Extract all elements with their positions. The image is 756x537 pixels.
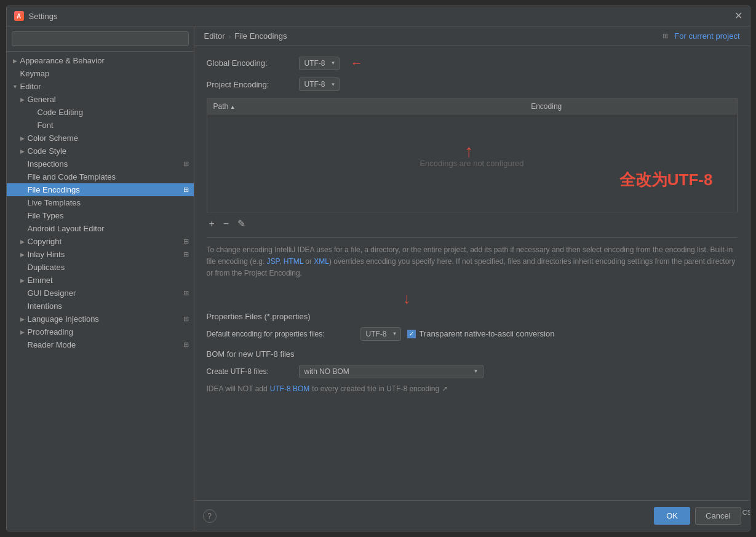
props-encoding-select[interactable]: UTF-8 [360,327,401,341]
sidebar-item-inlay-hints[interactable]: Inlay Hints ⊞ [7,248,194,261]
col-encoding: Encoding [525,99,737,114]
ok-button[interactable]: OK [654,507,690,525]
arrow-icon [19,96,26,103]
title-bar-left: A Settings [14,11,58,21]
help-button[interactable]: ? [203,509,217,523]
breadcrumb-link[interactable]: For current project [674,31,739,41]
props-encoding-select-wrapper: UTF-8 [360,327,401,341]
bom-row: Create UTF-8 files: with NO BOM with BOM [207,365,738,378]
arrow-icon [19,238,26,245]
link-html[interactable]: HTML [284,257,303,266]
content-area: Global Encoding: UTF-8 ← Project Encodin… [194,46,750,500]
sidebar-item-proofreading[interactable]: Proofreading [7,325,194,338]
table-empty-text: Encodings are not configured [207,114,737,213]
sidebar-item-inspections[interactable]: Inspections ⊞ [7,157,194,170]
sidebar-item-copyright[interactable]: Copyright ⊞ [7,235,194,248]
sidebar-item-live-templates[interactable]: Live Templates [7,196,194,209]
bom-create-label: Create UTF-8 files: [207,367,293,376]
arrow-icon [19,328,26,336]
sidebar-item-language-injections[interactable]: Language Injections ⊞ [7,312,194,325]
link-xml[interactable]: XML [314,257,329,266]
path-table: Path Encoding Encodings are not configur… [207,98,738,213]
sidebar-item-gui-designer[interactable]: GUI Designer ⊞ [7,287,194,300]
sidebar-item-color-scheme[interactable]: Color Scheme [7,132,194,145]
sidebar-item-reader-mode[interactable]: Reader Mode ⊞ [7,338,194,351]
bom-create-select[interactable]: with NO BOM with BOM [299,365,483,378]
arrow-icon [19,316,26,323]
app-icon: A [14,11,24,21]
badge-icon: ⊞ [183,186,189,194]
badge-icon: ⊞ [183,237,189,245]
window-title: Settings [29,12,58,21]
cancel-button[interactable]: Cancel [695,507,741,525]
add-button[interactable]: + [207,218,217,230]
project-encoding-select-wrapper: UTF-8 [299,78,340,91]
link-jsp[interactable]: JSP [267,257,279,266]
col-path[interactable]: Path [207,99,525,114]
checkbox-label: Transparent native-to-ascii conversion [420,329,555,338]
badge-icon: ⊞ [183,341,189,349]
sidebar-item-code-style[interactable]: Code Style [7,145,194,157]
bom-note-suffix: to every created file in UTF-8 encoding [312,384,439,393]
sidebar-item-font[interactable]: Font [7,119,194,132]
remove-button[interactable]: − [221,218,231,230]
search-box [7,26,194,52]
project-encoding-label: Project Encoding: [207,80,293,89]
title-bar: A Settings ✕ [7,6,750,26]
sidebar-item-file-types[interactable]: File Types [7,209,194,222]
arrow-icon [19,277,26,284]
arrow-icon [19,251,26,258]
bottom-buttons: OK Cancel CSDN @AI冰魂 [654,507,741,525]
breadcrumb-parent: Editor [204,31,225,41]
sidebar-item-appearance[interactable]: Appearance & Behavior [7,54,194,67]
arrow-icon [12,57,19,65]
bom-note: IDEA will NOT add UTF-8 BOM to every cre… [207,384,738,393]
settings-dialog: A Settings ✕ Appearance & Behavior Keyma… [6,6,750,531]
checkbox-row: ✓ Transparent native-to-ascii conversion [407,329,555,338]
sidebar-item-keymap[interactable]: Keymap [7,67,194,80]
project-encoding-row: Project Encoding: UTF-8 [207,78,738,91]
sidebar: Appearance & Behavior Keymap Editor Gene… [7,26,194,531]
properties-section-title: Properties Files (*.properties) [207,312,738,321]
sidebar-item-android-layout-editor[interactable]: Android Layout Editor [7,222,194,235]
table-empty-row: Encodings are not configured [207,114,737,213]
sidebar-item-file-code-templates[interactable]: File and Code Templates [7,170,194,183]
project-encoding-select[interactable]: UTF-8 [299,78,340,91]
sidebar-item-general[interactable]: General [7,93,194,106]
sidebar-item-editor[interactable]: Editor [7,80,194,93]
sidebar-item-duplicates[interactable]: Duplicates [7,261,194,274]
edit-button[interactable]: ✎ [235,218,248,230]
bom-note-prefix: IDEA will NOT add [207,384,268,393]
global-encoding-select-wrapper: UTF-8 [299,57,340,70]
info-text: To change encoding IntelliJ IDEA uses fo… [207,237,738,280]
sidebar-item-intentions[interactable]: Intentions [7,300,194,312]
global-encoding-arrow: ← [351,56,363,70]
bom-select-wrapper: with NO BOM with BOM [299,365,483,378]
badge-icon: ⊞ [183,315,189,323]
arrow-icon [12,83,19,90]
badge-icon: ⊞ [183,250,189,258]
global-encoding-select[interactable]: UTF-8 [299,57,340,70]
badge-icon: ⊞ [183,160,189,168]
search-input[interactable] [12,31,189,46]
sidebar-item-emmet[interactable]: Emmet [7,274,194,287]
bom-section: BOM for new UTF-8 files Create UTF-8 fil… [207,349,738,393]
bom-title: BOM for new UTF-8 files [207,349,738,359]
global-encoding-row: Global Encoding: UTF-8 ← [207,56,738,70]
bom-note-link[interactable]: UTF-8 BOM [270,384,310,393]
watermark: CSDN @AI冰魂 [742,508,750,517]
props-arrow: ↓ [404,290,411,307]
arrow-icon [19,148,26,155]
props-row: Default encoding for properties files: U… [207,327,738,341]
transparent-checkbox[interactable]: ✓ [407,330,416,338]
breadcrumb-current: File Encodings [234,31,287,41]
close-button[interactable]: ✕ [734,11,742,21]
breadcrumb-bar: Editor › File Encodings ⊞ For current pr… [194,26,750,46]
sidebar-item-file-encodings[interactable]: File Encodings ⊞ [7,183,194,196]
bottom-bar: ? OK Cancel CSDN @AI冰魂 [194,500,750,531]
badge-icon: ⊞ [183,289,189,297]
breadcrumb-separator: › [228,33,231,40]
sidebar-tree: Appearance & Behavior Keymap Editor Gene… [7,52,194,531]
sidebar-item-code-editing[interactable]: Code Editing [7,106,194,119]
main-content: Editor › File Encodings ⊞ For current pr… [194,26,750,531]
